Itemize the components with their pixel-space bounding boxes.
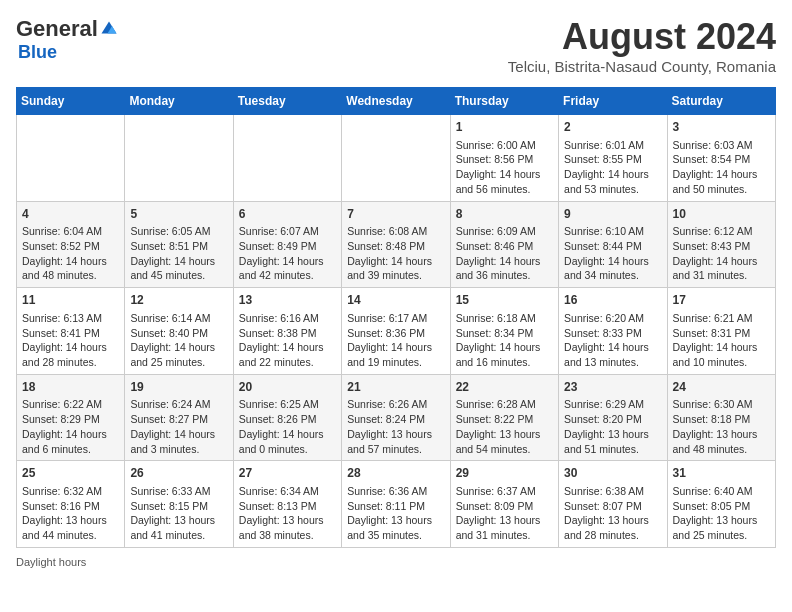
day-number: 22 xyxy=(456,379,553,396)
day-number: 28 xyxy=(347,465,444,482)
day-number: 25 xyxy=(22,465,119,482)
month-year-title: August 2024 xyxy=(508,16,776,58)
calendar-header-sunday: Sunday xyxy=(17,88,125,115)
daylight-label: Daylight hours xyxy=(16,556,86,568)
calendar-cell xyxy=(125,115,233,202)
calendar-cell xyxy=(233,115,341,202)
calendar-header-friday: Friday xyxy=(559,88,667,115)
day-number: 31 xyxy=(673,465,770,482)
calendar-cell: 4Sunrise: 6:04 AM Sunset: 8:52 PM Daylig… xyxy=(17,201,125,288)
day-number: 7 xyxy=(347,206,444,223)
day-info: Sunrise: 6:10 AM Sunset: 8:44 PM Dayligh… xyxy=(564,224,661,283)
day-number: 12 xyxy=(130,292,227,309)
day-number: 9 xyxy=(564,206,661,223)
calendar-cell: 14Sunrise: 6:17 AM Sunset: 8:36 PM Dayli… xyxy=(342,288,450,375)
day-number: 16 xyxy=(564,292,661,309)
calendar-cell: 21Sunrise: 6:26 AM Sunset: 8:24 PM Dayli… xyxy=(342,374,450,461)
day-number: 30 xyxy=(564,465,661,482)
day-number: 19 xyxy=(130,379,227,396)
calendar-cell: 30Sunrise: 6:38 AM Sunset: 8:07 PM Dayli… xyxy=(559,461,667,548)
calendar-cell: 7Sunrise: 6:08 AM Sunset: 8:48 PM Daylig… xyxy=(342,201,450,288)
day-info: Sunrise: 6:22 AM Sunset: 8:29 PM Dayligh… xyxy=(22,397,119,456)
calendar-cell: 18Sunrise: 6:22 AM Sunset: 8:29 PM Dayli… xyxy=(17,374,125,461)
calendar-cell: 3Sunrise: 6:03 AM Sunset: 8:54 PM Daylig… xyxy=(667,115,775,202)
day-info: Sunrise: 6:12 AM Sunset: 8:43 PM Dayligh… xyxy=(673,224,770,283)
calendar-table: SundayMondayTuesdayWednesdayThursdayFrid… xyxy=(16,87,776,548)
day-number: 11 xyxy=(22,292,119,309)
day-info: Sunrise: 6:08 AM Sunset: 8:48 PM Dayligh… xyxy=(347,224,444,283)
calendar-cell xyxy=(342,115,450,202)
calendar-cell: 6Sunrise: 6:07 AM Sunset: 8:49 PM Daylig… xyxy=(233,201,341,288)
calendar-cell: 17Sunrise: 6:21 AM Sunset: 8:31 PM Dayli… xyxy=(667,288,775,375)
title-area: August 2024 Telciu, Bistrita-Nasaud Coun… xyxy=(508,16,776,75)
calendar-cell: 9Sunrise: 6:10 AM Sunset: 8:44 PM Daylig… xyxy=(559,201,667,288)
footer-note: Daylight hours xyxy=(16,556,776,568)
day-number: 8 xyxy=(456,206,553,223)
day-number: 2 xyxy=(564,119,661,136)
calendar-header-row: SundayMondayTuesdayWednesdayThursdayFrid… xyxy=(17,88,776,115)
day-info: Sunrise: 6:25 AM Sunset: 8:26 PM Dayligh… xyxy=(239,397,336,456)
day-info: Sunrise: 6:18 AM Sunset: 8:34 PM Dayligh… xyxy=(456,311,553,370)
calendar-cell: 13Sunrise: 6:16 AM Sunset: 8:38 PM Dayli… xyxy=(233,288,341,375)
calendar-cell: 11Sunrise: 6:13 AM Sunset: 8:41 PM Dayli… xyxy=(17,288,125,375)
day-number: 15 xyxy=(456,292,553,309)
day-number: 23 xyxy=(564,379,661,396)
day-info: Sunrise: 6:05 AM Sunset: 8:51 PM Dayligh… xyxy=(130,224,227,283)
day-number: 27 xyxy=(239,465,336,482)
logo-general-text: General xyxy=(16,16,98,42)
day-info: Sunrise: 6:37 AM Sunset: 8:09 PM Dayligh… xyxy=(456,484,553,543)
calendar-cell: 12Sunrise: 6:14 AM Sunset: 8:40 PM Dayli… xyxy=(125,288,233,375)
calendar-cell: 19Sunrise: 6:24 AM Sunset: 8:27 PM Dayli… xyxy=(125,374,233,461)
calendar-cell: 15Sunrise: 6:18 AM Sunset: 8:34 PM Dayli… xyxy=(450,288,558,375)
location-subtitle: Telciu, Bistrita-Nasaud County, Romania xyxy=(508,58,776,75)
day-info: Sunrise: 6:13 AM Sunset: 8:41 PM Dayligh… xyxy=(22,311,119,370)
calendar-week-row: 18Sunrise: 6:22 AM Sunset: 8:29 PM Dayli… xyxy=(17,374,776,461)
calendar-cell: 16Sunrise: 6:20 AM Sunset: 8:33 PM Dayli… xyxy=(559,288,667,375)
calendar-cell: 8Sunrise: 6:09 AM Sunset: 8:46 PM Daylig… xyxy=(450,201,558,288)
calendar-week-row: 4Sunrise: 6:04 AM Sunset: 8:52 PM Daylig… xyxy=(17,201,776,288)
logo: General Blue xyxy=(16,16,118,63)
day-info: Sunrise: 6:17 AM Sunset: 8:36 PM Dayligh… xyxy=(347,311,444,370)
calendar-header-saturday: Saturday xyxy=(667,88,775,115)
day-info: Sunrise: 6:33 AM Sunset: 8:15 PM Dayligh… xyxy=(130,484,227,543)
day-number: 6 xyxy=(239,206,336,223)
day-info: Sunrise: 6:29 AM Sunset: 8:20 PM Dayligh… xyxy=(564,397,661,456)
calendar-cell xyxy=(17,115,125,202)
calendar-cell: 10Sunrise: 6:12 AM Sunset: 8:43 PM Dayli… xyxy=(667,201,775,288)
calendar-week-row: 1Sunrise: 6:00 AM Sunset: 8:56 PM Daylig… xyxy=(17,115,776,202)
day-info: Sunrise: 6:38 AM Sunset: 8:07 PM Dayligh… xyxy=(564,484,661,543)
day-info: Sunrise: 6:04 AM Sunset: 8:52 PM Dayligh… xyxy=(22,224,119,283)
day-info: Sunrise: 6:00 AM Sunset: 8:56 PM Dayligh… xyxy=(456,138,553,197)
day-info: Sunrise: 6:34 AM Sunset: 8:13 PM Dayligh… xyxy=(239,484,336,543)
calendar-cell: 23Sunrise: 6:29 AM Sunset: 8:20 PM Dayli… xyxy=(559,374,667,461)
calendar-cell: 29Sunrise: 6:37 AM Sunset: 8:09 PM Dayli… xyxy=(450,461,558,548)
day-number: 18 xyxy=(22,379,119,396)
day-number: 17 xyxy=(673,292,770,309)
calendar-header-wednesday: Wednesday xyxy=(342,88,450,115)
day-number: 3 xyxy=(673,119,770,136)
calendar-week-row: 25Sunrise: 6:32 AM Sunset: 8:16 PM Dayli… xyxy=(17,461,776,548)
day-info: Sunrise: 6:24 AM Sunset: 8:27 PM Dayligh… xyxy=(130,397,227,456)
calendar-week-row: 11Sunrise: 6:13 AM Sunset: 8:41 PM Dayli… xyxy=(17,288,776,375)
day-number: 10 xyxy=(673,206,770,223)
calendar-cell: 2Sunrise: 6:01 AM Sunset: 8:55 PM Daylig… xyxy=(559,115,667,202)
calendar-cell: 24Sunrise: 6:30 AM Sunset: 8:18 PM Dayli… xyxy=(667,374,775,461)
day-info: Sunrise: 6:01 AM Sunset: 8:55 PM Dayligh… xyxy=(564,138,661,197)
day-number: 20 xyxy=(239,379,336,396)
calendar-cell: 5Sunrise: 6:05 AM Sunset: 8:51 PM Daylig… xyxy=(125,201,233,288)
calendar-header-thursday: Thursday xyxy=(450,88,558,115)
day-number: 1 xyxy=(456,119,553,136)
day-number: 14 xyxy=(347,292,444,309)
day-info: Sunrise: 6:14 AM Sunset: 8:40 PM Dayligh… xyxy=(130,311,227,370)
calendar-header-tuesday: Tuesday xyxy=(233,88,341,115)
day-number: 5 xyxy=(130,206,227,223)
day-number: 4 xyxy=(22,206,119,223)
calendar-cell: 20Sunrise: 6:25 AM Sunset: 8:26 PM Dayli… xyxy=(233,374,341,461)
day-info: Sunrise: 6:21 AM Sunset: 8:31 PM Dayligh… xyxy=(673,311,770,370)
day-info: Sunrise: 6:09 AM Sunset: 8:46 PM Dayligh… xyxy=(456,224,553,283)
day-number: 26 xyxy=(130,465,227,482)
calendar-cell: 25Sunrise: 6:32 AM Sunset: 8:16 PM Dayli… xyxy=(17,461,125,548)
calendar-cell: 27Sunrise: 6:34 AM Sunset: 8:13 PM Dayli… xyxy=(233,461,341,548)
calendar-cell: 1Sunrise: 6:00 AM Sunset: 8:56 PM Daylig… xyxy=(450,115,558,202)
header: General Blue August 2024 Telciu, Bistrit… xyxy=(16,16,776,75)
